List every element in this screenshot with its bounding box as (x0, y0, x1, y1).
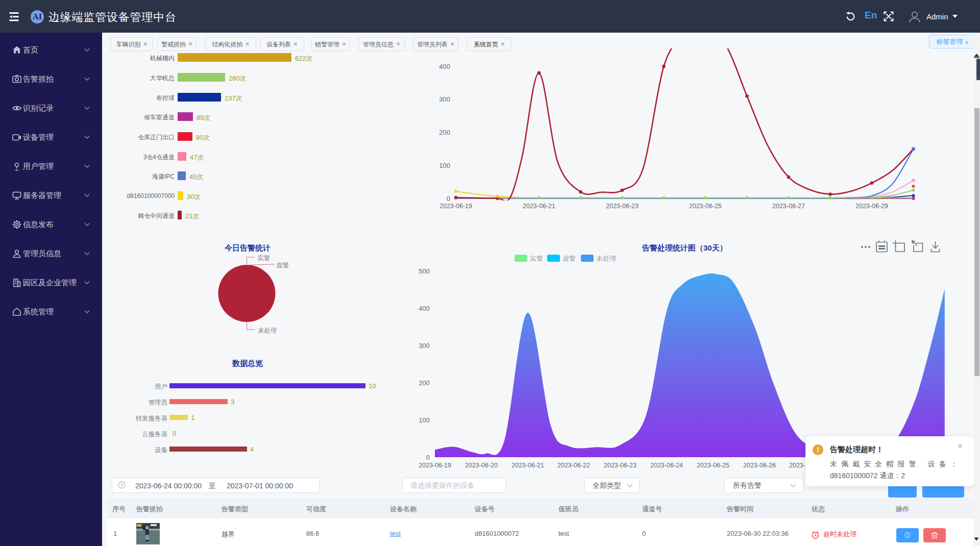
svg-text:2023-06-21: 2023-06-21 (523, 203, 555, 210)
svg-text:2023-06-25: 2023-06-25 (697, 462, 729, 469)
svg-text:2023-06-29: 2023-06-29 (855, 203, 888, 210)
svg-text:2023-06-19: 2023-06-19 (439, 203, 472, 210)
svg-text:2023-06-22: 2023-06-22 (557, 462, 590, 469)
svg-text:0: 0 (447, 195, 450, 203)
svg-text:2023-06-20: 2023-06-20 (465, 462, 498, 469)
svg-text:2023-06-25: 2023-06-25 (689, 203, 722, 210)
svg-text:300: 300 (419, 342, 430, 350)
svg-text:400: 400 (439, 63, 450, 70)
svg-text:500: 500 (419, 267, 430, 275)
svg-text:100: 100 (419, 416, 430, 424)
svg-text:2023-06-24: 2023-06-24 (650, 462, 683, 469)
svg-text:400: 400 (419, 305, 430, 312)
svg-text:200: 200 (419, 379, 430, 387)
svg-text:2023-06-21: 2023-06-21 (511, 462, 544, 469)
svg-text:2023-06-23: 2023-06-23 (606, 203, 639, 210)
svg-text:2023-06-27: 2023-06-27 (772, 203, 805, 210)
svg-text:2023-06-23: 2023-06-23 (604, 462, 636, 469)
svg-text:0: 0 (426, 454, 430, 461)
svg-text:100: 100 (439, 162, 450, 169)
svg-text:200: 200 (439, 129, 450, 136)
svg-text:2023-06-26: 2023-06-26 (743, 462, 776, 469)
svg-text:2023-06-19: 2023-06-19 (419, 462, 451, 469)
svg-text:300: 300 (439, 95, 450, 103)
